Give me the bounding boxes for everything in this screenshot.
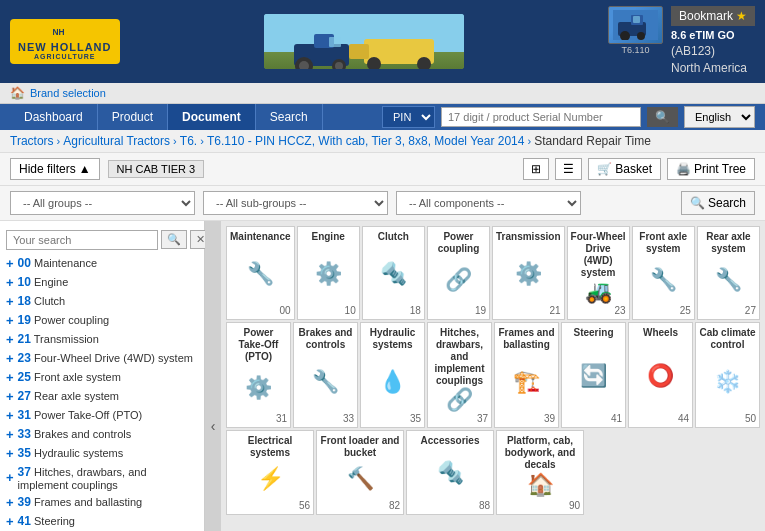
basket-icon: 🛒	[597, 162, 612, 176]
breadcrumb-agricultural[interactable]: Agricultural Tractors	[63, 134, 170, 148]
sidebar-item-27[interactable]: + 27 Rear axle system	[0, 387, 204, 406]
grid-cell-21[interactable]: Transmission ⚙️ 21	[492, 226, 564, 320]
sidebar-item-label: 27 Rear axle system	[18, 389, 119, 403]
grid-cell-image: 🔧	[247, 243, 274, 305]
grid-cell-88[interactable]: Accessories 🔩 88	[406, 430, 494, 515]
sidebar-item-00[interactable]: + 00 Maintenance	[0, 254, 204, 273]
sidebar-item-21[interactable]: + 21 Transmission	[0, 330, 204, 349]
nav-search[interactable]: Search	[256, 104, 323, 130]
sidebar-item-33[interactable]: + 33 Brakes and controls	[0, 425, 204, 444]
groups-dropdown[interactable]: -- All groups --	[10, 191, 195, 215]
language-select[interactable]: English	[684, 106, 755, 128]
sidebar-search-input[interactable]	[6, 230, 158, 250]
expand-icon[interactable]: +	[6, 294, 14, 309]
grid-cell-56[interactable]: Electrical systems ⚡ 56	[226, 430, 314, 515]
grid-cell-label: Front axle system	[636, 231, 691, 255]
grid-cell-label: Engine	[311, 231, 344, 243]
sidebar-item-label: 33 Brakes and controls	[18, 427, 132, 441]
sidebar-item-19[interactable]: + 19 Power coupling	[0, 311, 204, 330]
grid-cell-label: Electrical systems	[230, 435, 310, 459]
nav-product[interactable]: Product	[98, 104, 168, 130]
grid-cell-82[interactable]: Front loader and bucket 🔨 82	[316, 430, 404, 515]
bookmark-button[interactable]: Bookmark ★	[671, 6, 755, 26]
subgroups-dropdown[interactable]: -- All sub-groups --	[203, 191, 388, 215]
sidebar-item-39[interactable]: + 39 Frames and ballasting	[0, 493, 204, 512]
grid-cell-image: 🚜	[585, 279, 612, 305]
sidebar-wrapper: 🔍 ✕ + 00 Maintenance + 10 Engine + 18 Cl…	[0, 221, 221, 531]
grid-cell-18[interactable]: Clutch 🔩 18	[362, 226, 425, 320]
sidebar-item-37[interactable]: + 37 Hitches, drawbars, and implement co…	[0, 463, 204, 493]
grid-cell-33[interactable]: Brakes and controls 🔧 33	[293, 322, 358, 428]
grid-cell-90[interactable]: Platform, cab, bodywork, and decals 🏠 90	[496, 430, 584, 515]
sidebar-item-label: 21 Transmission	[18, 332, 99, 346]
grid-cell-image: 🔧	[650, 255, 677, 305]
sidebar-item-label: 37 Hitches, drawbars, and implement coup…	[18, 465, 198, 491]
sidebar-item-23[interactable]: + 23 Four-Wheel Drive (4WD) system	[0, 349, 204, 368]
pin-select[interactable]: PIN	[382, 106, 435, 128]
grid-cell-27[interactable]: Rear axle system 🔧 27	[697, 226, 760, 320]
expand-icon[interactable]: +	[6, 332, 14, 347]
grid-cell-39[interactable]: Frames and ballasting 🏗️ 39	[494, 322, 559, 428]
nav-dashboard[interactable]: Dashboard	[10, 104, 98, 130]
expand-icon[interactable]: +	[6, 256, 14, 271]
expand-icon[interactable]: +	[6, 514, 14, 529]
sidebar-item-31[interactable]: + 31 Power Take-Off (PTO)	[0, 406, 204, 425]
basket-button[interactable]: 🛒 Basket	[588, 158, 661, 180]
breadcrumb-current: Standard Repair Time	[534, 134, 651, 148]
grid-cell-10[interactable]: Engine ⚙️ 10	[297, 226, 360, 320]
expand-icon[interactable]: +	[6, 351, 14, 366]
breadcrumb-t6110[interactable]: T6.110 - PIN HCCZ, With cab, Tier 3, 8x8…	[207, 134, 524, 148]
grid-view-button[interactable]: ⊞	[523, 158, 549, 180]
grid-cell-number: 10	[345, 305, 356, 316]
sidebar-search-button[interactable]: 🔍	[161, 230, 187, 249]
breadcrumb-tractors[interactable]: Tractors	[10, 134, 54, 148]
expand-icon[interactable]: +	[6, 495, 14, 510]
grid-cell-label: Clutch	[378, 231, 409, 243]
grid-cell-19[interactable]: Power coupling 🔗 19	[427, 226, 490, 320]
list-view-button[interactable]: ☰	[555, 158, 582, 180]
expand-icon[interactable]: +	[6, 446, 14, 461]
grid-cell-image: 🔗	[446, 387, 473, 413]
sidebar-collapse-button[interactable]: ‹	[205, 221, 221, 531]
search-go-button[interactable]: 🔍 Search	[681, 191, 755, 215]
grid-cell-41[interactable]: Steering 🔄 41	[561, 322, 626, 428]
expand-icon[interactable]: +	[6, 427, 14, 442]
expand-icon[interactable]: +	[6, 313, 14, 328]
grid-cell-label: Wheels	[643, 327, 678, 339]
grid-cell-00[interactable]: Maintenance 🔧 00	[226, 226, 295, 320]
expand-icon[interactable]: +	[6, 408, 14, 423]
nav-document[interactable]: Document	[168, 104, 256, 130]
grid-cell-25[interactable]: Front axle system 🔧 25	[632, 226, 695, 320]
grid-cell-37[interactable]: Hitches, drawbars, and implement couplin…	[427, 322, 492, 428]
sidebar-item-18[interactable]: + 18 Clutch	[0, 292, 204, 311]
expand-icon[interactable]: +	[6, 275, 14, 290]
expand-icon[interactable]: +	[6, 389, 14, 404]
sidebar-item-41[interactable]: + 41 Steering	[0, 512, 204, 531]
grid-cell-label: Cab climate control	[699, 327, 756, 351]
logo-area: NH NEW HOLLAND AGRICULTURE	[10, 19, 120, 64]
breadcrumb-t6[interactable]: T6.	[180, 134, 197, 148]
hide-filters-label: Hide filters	[19, 162, 76, 176]
bookmark-label: Bookmark	[679, 9, 733, 23]
tractor-banner	[264, 14, 464, 69]
print-tree-button[interactable]: 🖨️ Print Tree	[667, 158, 755, 180]
serial-search-button[interactable]: 🔍	[647, 107, 678, 127]
sidebar-item-25[interactable]: + 25 Front axle system	[0, 368, 204, 387]
grid-cell-31[interactable]: Power Take-Off (PTO) ⚙️ 31	[226, 322, 291, 428]
filter-tag: NH CAB TIER 3	[108, 160, 205, 178]
grid-cell-35[interactable]: Hydraulic systems 💧 35	[360, 322, 425, 428]
expand-icon[interactable]: +	[6, 370, 14, 385]
hide-filters-button[interactable]: Hide filters ▲	[10, 158, 100, 180]
serial-number-input[interactable]	[441, 107, 641, 127]
expand-icon[interactable]: +	[6, 470, 14, 485]
print-label: Print Tree	[694, 162, 746, 176]
grid-cell-50[interactable]: Cab climate control ❄️ 50	[695, 322, 760, 428]
grid-cell-23[interactable]: Four-Wheel Drive (4WD) system 🚜 23	[567, 226, 630, 320]
sidebar-item-10[interactable]: + 10 Engine	[0, 273, 204, 292]
components-dropdown[interactable]: -- All components --	[396, 191, 581, 215]
grid-cell-image: 🔩	[437, 447, 464, 500]
grid-cell-image: 🏠	[527, 471, 554, 500]
sidebar-item-35[interactable]: + 35 Hydraulic systems	[0, 444, 204, 463]
brand-selection-link[interactable]: Brand selection	[30, 87, 106, 99]
grid-cell-44[interactable]: Wheels ⭕ 44	[628, 322, 693, 428]
